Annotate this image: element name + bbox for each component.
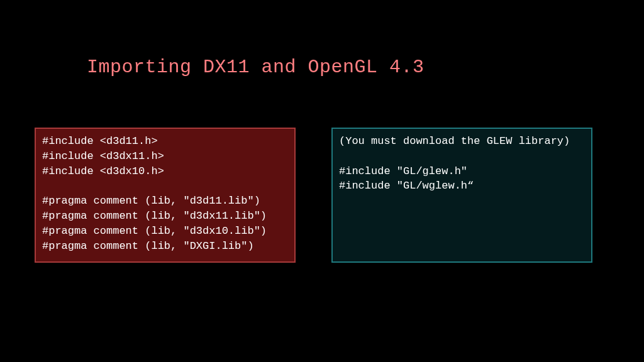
dx11-code-box: #include <d3d11.h> #include <d3dx11.h> #…: [35, 128, 296, 263]
slide-title: Importing DX11 and OpenGL 4.3: [87, 57, 425, 78]
opengl-code-box: (You must download the GLEW library) #in…: [331, 128, 592, 263]
slide: Importing DX11 and OpenGL 4.3 #include <…: [0, 0, 644, 362]
